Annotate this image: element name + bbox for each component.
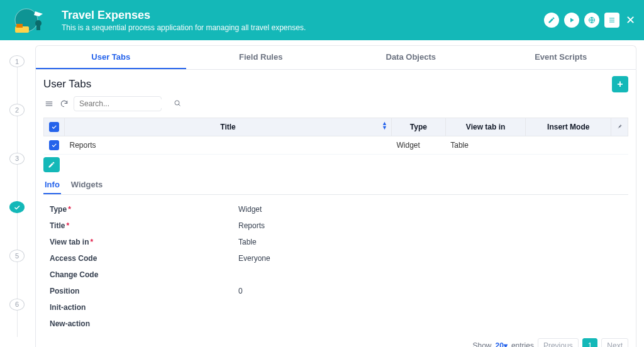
info-value: Widget bbox=[238, 205, 262, 214]
col-type[interactable]: Type bbox=[392, 118, 446, 136]
detail-subtabs: Info Widgets bbox=[43, 177, 628, 195]
info-value: 0 bbox=[238, 287, 243, 295]
svg-rect-3 bbox=[36, 25, 40, 30]
svg-rect-9 bbox=[609, 22, 614, 23]
prev-page-button[interactable]: Previous bbox=[538, 338, 579, 347]
tab-event-scripts[interactable]: Event Scripts bbox=[486, 46, 636, 69]
app-subtitle: This is a sequential process application… bbox=[62, 23, 544, 32]
next-page-button[interactable]: Next bbox=[601, 338, 628, 347]
main-tabs: User Tabs Field Rules Data Objects Event… bbox=[35, 45, 636, 69]
svg-rect-8 bbox=[609, 20, 614, 21]
table-row[interactable]: Reports Widget Table bbox=[44, 136, 628, 155]
close-icon[interactable]: ✕ bbox=[626, 13, 635, 27]
menu-icon[interactable] bbox=[43, 98, 55, 109]
tab-data-objects[interactable]: Data Objects bbox=[336, 46, 486, 69]
step-4[interactable] bbox=[9, 201, 25, 213]
panel: User Tabs + bbox=[35, 69, 636, 347]
info-label: Change Code bbox=[50, 270, 98, 279]
page-size-select[interactable]: 20▾ bbox=[496, 341, 508, 347]
search-icon[interactable] bbox=[174, 99, 181, 109]
row-checkbox[interactable] bbox=[49, 140, 59, 150]
info-label: View tab in bbox=[50, 238, 89, 246]
cell-mode bbox=[526, 136, 611, 155]
user-tabs-table: Title ▲▼ Type View tab in Insert Mode bbox=[43, 118, 628, 155]
cell-view: Table bbox=[445, 136, 526, 155]
info-value: Everyone bbox=[238, 254, 270, 263]
add-button[interactable]: + bbox=[612, 76, 628, 92]
tab-field-rules[interactable]: Field Rules bbox=[186, 46, 336, 69]
info-label: Init-action bbox=[50, 303, 86, 312]
sort-icon[interactable]: ▲▼ bbox=[382, 121, 387, 130]
svg-point-13 bbox=[175, 101, 179, 105]
page-number-button[interactable]: 1 bbox=[582, 338, 598, 347]
search-input-wrap bbox=[74, 96, 162, 111]
footer-show: Show bbox=[473, 341, 492, 347]
footer-entries: entries bbox=[511, 341, 534, 347]
subtab-info[interactable]: Info bbox=[43, 177, 61, 194]
info-value: Table bbox=[238, 238, 257, 246]
svg-rect-5 bbox=[16, 24, 23, 28]
app-header: Travel Expenses This is a sequential pro… bbox=[0, 0, 644, 40]
panel-title: User Tabs bbox=[43, 78, 91, 91]
edit-row-button[interactable] bbox=[43, 157, 60, 172]
svg-rect-10 bbox=[46, 102, 53, 102]
svg-rect-11 bbox=[46, 103, 53, 104]
info-label: Position bbox=[50, 287, 79, 295]
step-2[interactable]: 2 bbox=[9, 104, 25, 116]
info-label: Title bbox=[50, 221, 65, 230]
table-footer: Show 20▾ entries Previous 1 Next bbox=[43, 338, 628, 347]
list-icon[interactable] bbox=[604, 13, 619, 28]
step-1[interactable]: 1 bbox=[9, 55, 25, 67]
app-logo bbox=[9, 5, 55, 35]
info-list: Type*Widget Title*Reports View tab in*Ta… bbox=[43, 201, 628, 332]
search-input[interactable] bbox=[79, 99, 174, 108]
info-value: Reports bbox=[238, 221, 265, 230]
col-title[interactable]: Title bbox=[220, 123, 235, 131]
col-mode[interactable]: Insert Mode bbox=[526, 118, 611, 136]
info-label: New-action bbox=[50, 319, 90, 328]
step-3[interactable]: 3 bbox=[9, 153, 25, 165]
step-5[interactable]: 5 bbox=[9, 250, 25, 262]
subtab-widgets[interactable]: Widgets bbox=[70, 177, 104, 194]
info-label: Type bbox=[50, 205, 67, 214]
progress-stepper: 1 2 3 5 6 bbox=[0, 40, 34, 347]
header-actions: ✕ bbox=[544, 13, 635, 28]
toolbar bbox=[43, 96, 628, 111]
svg-rect-7 bbox=[609, 18, 614, 19]
refresh-icon[interactable] bbox=[58, 98, 70, 109]
play-icon[interactable] bbox=[564, 13, 579, 28]
cell-type: Widget bbox=[392, 136, 446, 155]
info-label: Access Code bbox=[50, 254, 97, 263]
pin-icon[interactable] bbox=[616, 123, 623, 131]
globe-icon[interactable] bbox=[584, 13, 599, 28]
col-view[interactable]: View tab in bbox=[445, 118, 526, 136]
app-title: Travel Expenses bbox=[62, 9, 544, 22]
tab-user-tabs[interactable]: User Tabs bbox=[36, 46, 186, 69]
edit-icon[interactable] bbox=[544, 13, 559, 28]
cell-title: Reports bbox=[65, 136, 392, 155]
step-6[interactable]: 6 bbox=[9, 299, 25, 311]
select-all-checkbox[interactable] bbox=[49, 122, 59, 132]
svg-rect-12 bbox=[46, 105, 53, 106]
